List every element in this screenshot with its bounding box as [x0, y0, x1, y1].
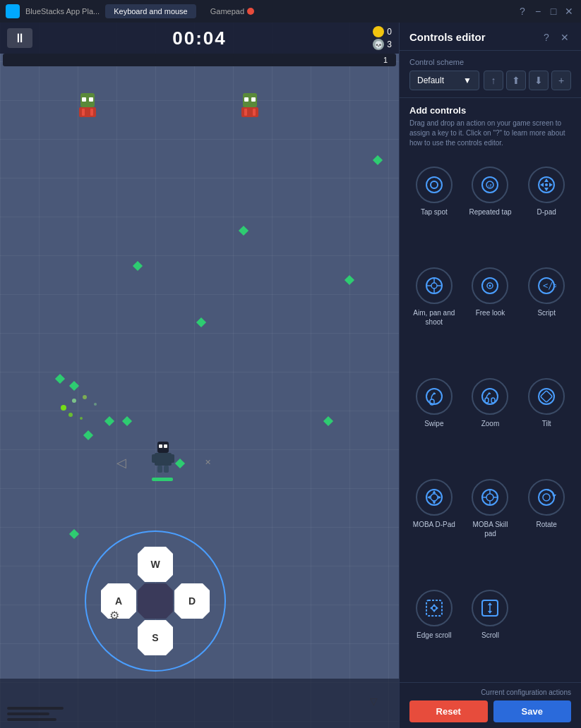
swipe-icon-wrap	[416, 378, 453, 415]
control-item-moba-dpad[interactable]: MOBA D-Pad	[407, 472, 462, 581]
save-button[interactable]: Save	[493, 700, 572, 722]
enemy-2	[240, 93, 260, 119]
svg-point-68	[543, 494, 550, 501]
dpad-center-button	[138, 583, 173, 619]
script-label: Script	[537, 308, 556, 317]
scheme-upload-button[interactable]: ↑	[484, 71, 503, 90]
control-item-tilt[interactable]: Tilt	[519, 371, 574, 471]
maximize-button[interactable]: □	[547, 6, 560, 17]
skull-score: 3	[387, 40, 392, 49]
panel-close-button[interactable]: ✕	[558, 32, 571, 43]
svg-point-21	[72, 399, 76, 403]
svg-point-38	[431, 283, 437, 289]
scheme-row: Default ▼ ↑ ⬆ ⬇ +	[409, 71, 571, 90]
pause-button[interactable]: ⏸	[7, 28, 32, 48]
gamepad-status-dot	[247, 8, 254, 15]
svg-rect-17	[170, 454, 174, 463]
svg-marker-74	[436, 606, 438, 610]
game-topbar: ⏸ 00:04 0 💀 3	[0, 23, 399, 54]
dpad-center: W A D S	[101, 547, 210, 655]
control-item-swipe[interactable]: Swipe	[407, 371, 462, 471]
svg-point-20	[61, 405, 66, 411]
svg-marker-60	[438, 496, 441, 499]
health-bar-track	[3, 54, 396, 66]
window-controls: ? − □ ✕	[516, 6, 575, 17]
dpad-overlay[interactable]: W A D S	[85, 530, 226, 672]
repeated-tap-icon-wrap: ↺	[472, 166, 508, 203]
score-row-skulls: 💀 3	[373, 39, 392, 50]
tab-gamepad[interactable]: Gamepad	[202, 4, 263, 18]
edge-scroll-icon-wrap	[416, 590, 453, 626]
tab-keyboard[interactable]: Keyboard and mouse	[105, 4, 196, 18]
moba-skillpad-icon-wrap	[472, 479, 508, 516]
game-viewport[interactable]: ⏸ 00:04 0 💀 3 1	[0, 23, 399, 728]
control-item-free-look[interactable]: Free look	[463, 260, 518, 369]
svg-rect-52	[491, 398, 495, 403]
control-item-edge-scroll[interactable]: Edge scroll	[407, 583, 462, 682]
svg-point-56	[431, 494, 438, 501]
minimize-button[interactable]: −	[532, 6, 544, 17]
svg-text:↺: ↺	[488, 183, 492, 188]
control-item-tap-spot[interactable]: Tap spot	[407, 159, 462, 259]
control-item-script[interactable]: </> Script	[519, 260, 574, 369]
tilt-label: Tilt	[542, 419, 551, 428]
footer-buttons: Reset Save	[409, 700, 571, 722]
app-icon	[6, 4, 20, 18]
repeated-tap-label: Repeated tap	[469, 207, 511, 217]
svg-point-23	[83, 395, 87, 399]
control-item-zoom[interactable]: Zoom	[463, 371, 518, 471]
close-button[interactable]: ✕	[563, 6, 575, 17]
help-button[interactable]: ?	[516, 6, 529, 17]
app-title: BlueStacks App Pla...	[25, 7, 100, 16]
current-config-label: Current configuration actions	[409, 688, 571, 696]
dpad-down-button[interactable]: S	[138, 620, 173, 655]
control-item-aim-pan-shoot[interactable]: Aim, pan and shoot	[407, 260, 462, 369]
control-item-scroll[interactable]: Scroll	[463, 583, 518, 682]
skull-icon: 💀	[373, 39, 384, 50]
title-bar: BlueStacks App Pla... Keyboard and mouse…	[0, 0, 581, 23]
svg-rect-10	[244, 109, 247, 116]
control-item-dpad[interactable]: D-pad	[519, 159, 574, 259]
reset-button[interactable]: Reset	[409, 700, 488, 722]
svg-marker-69	[552, 495, 556, 497]
svg-marker-77	[488, 602, 492, 605]
settings-icon-game[interactable]: ⚙	[109, 609, 119, 622]
rotate-icon-wrap	[528, 479, 565, 516]
add-controls-section: Add controls Drag and drop an action on …	[400, 98, 581, 159]
panel-header-icons: ? ✕	[540, 32, 571, 43]
free-look-label: Free look	[476, 308, 505, 317]
svg-marker-34	[540, 183, 544, 187]
enemy-1	[78, 93, 97, 119]
svg-marker-73	[430, 606, 433, 610]
svg-rect-13	[159, 444, 162, 448]
svg-rect-2	[89, 97, 93, 102]
arrow-left-indicator: ◁	[116, 455, 126, 471]
svg-rect-5	[90, 109, 93, 116]
scheme-export-button[interactable]: ⬆	[506, 71, 526, 90]
svg-point-24	[80, 417, 83, 420]
svg-rect-15	[155, 453, 172, 466]
control-item-rotate[interactable]: Rotate	[519, 472, 574, 581]
scheme-import-button[interactable]: ⬇	[529, 71, 549, 90]
scheme-select-dropdown[interactable]: Default ▼	[409, 71, 479, 90]
bullet-particles	[56, 387, 113, 432]
svg-rect-8	[251, 97, 256, 102]
panel-help-button[interactable]: ?	[540, 32, 553, 43]
control-item-repeated-tap[interactable]: ↺ Repeated tap	[463, 159, 518, 259]
svg-point-45	[489, 285, 491, 287]
dpad-right-button[interactable]: D	[174, 583, 210, 619]
scheme-add-button[interactable]: +	[551, 71, 571, 90]
panel-title: Controls editor	[409, 31, 486, 43]
aim-pan-shoot-icon-wrap	[416, 267, 453, 304]
tap-spot-icon-wrap	[416, 166, 453, 203]
control-item-moba-skillpad[interactable]: MOBA Skill pad	[463, 472, 518, 581]
svg-marker-57	[432, 490, 436, 494]
edge-scroll-label: Edge scroll	[417, 631, 451, 640]
svg-text:</>: </>	[543, 281, 556, 291]
moba-skillpad-label: MOBA Skill pad	[467, 520, 514, 538]
coin-icon	[373, 26, 384, 37]
scheme-action-buttons: ↑ ⬆ ⬇ +	[484, 71, 571, 90]
svg-rect-18	[157, 466, 162, 473]
dpad-up-button[interactable]: W	[138, 547, 173, 582]
svg-marker-58	[432, 502, 436, 505]
